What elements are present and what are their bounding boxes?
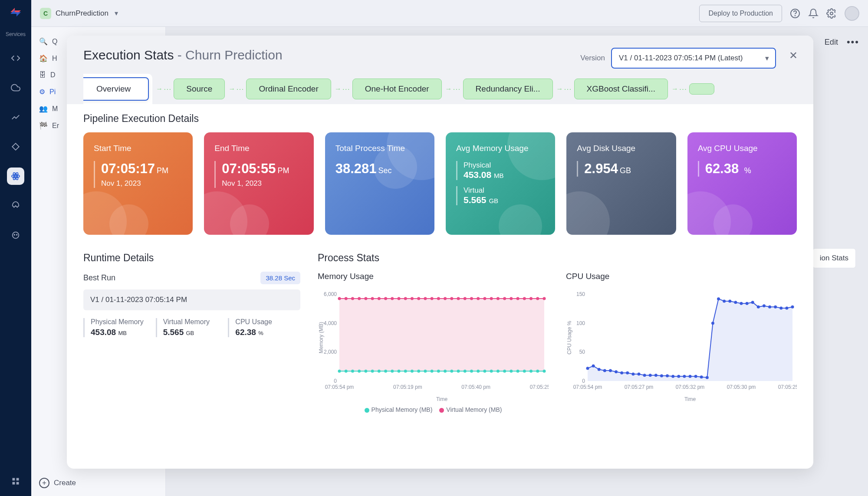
svg-point-36 [437, 370, 440, 373]
run-id-box[interactable]: V1 / 01-11-2023 07:05:14 PM [83, 289, 300, 310]
svg-point-75 [483, 297, 486, 300]
stage-ordinal[interactable]: Ordinal Encoder [246, 79, 331, 99]
svg-text:6,000: 6,000 [324, 291, 337, 297]
cpu-chart-col: . CPU Usage 050100150CPU Usage %Time07:0… [566, 252, 797, 413]
svg-text:50: 50 [579, 349, 585, 355]
stage-source[interactable]: Source [174, 79, 225, 99]
svg-point-54 [345, 297, 348, 300]
svg-point-68 [437, 297, 440, 300]
svg-point-48 [516, 370, 519, 373]
svg-point-119 [723, 300, 726, 303]
card-cpu: Avg CPU Usage 62.38 % [687, 132, 797, 235]
svg-point-21 [338, 370, 341, 373]
svg-point-61 [391, 297, 394, 300]
svg-text:0: 0 [582, 378, 585, 384]
svg-point-73 [470, 297, 473, 300]
svg-text:Memory (MB): Memory (MB) [318, 322, 324, 354]
execution-stats-button-partial[interactable]: ion Stats [812, 248, 856, 268]
svg-rect-11 [16, 482, 19, 485]
help-icon[interactable] [790, 8, 800, 19]
bell-icon[interactable] [808, 8, 819, 19]
svg-point-98 [603, 369, 606, 372]
svg-point-108 [660, 374, 663, 378]
stage-xgboost[interactable]: XGBoost Classifi... [574, 79, 668, 99]
version-select[interactable]: V1 / 01-11-2023 07:05:14 PM (Latest) [611, 48, 776, 69]
svg-text:Time: Time [684, 396, 696, 402]
svg-point-70 [450, 297, 453, 300]
svg-point-71 [457, 297, 460, 300]
card-start-time: Start Time 07:05:17PM Nov 1, 2023 [83, 132, 193, 235]
svg-point-126 [763, 304, 766, 307]
rail-rocket-icon[interactable] [7, 197, 24, 214]
tab-overview[interactable]: Overview [83, 77, 149, 101]
rail-bot-icon[interactable] [7, 227, 24, 244]
svg-point-130 [785, 307, 788, 310]
svg-point-27 [378, 370, 381, 373]
svg-point-58 [371, 297, 374, 300]
svg-text:150: 150 [576, 291, 585, 297]
svg-point-100 [615, 370, 618, 373]
project-badge: C [40, 8, 51, 19]
rail-apps-icon[interactable] [7, 473, 24, 490]
svg-text:0: 0 [334, 378, 337, 384]
gear-icon[interactable] [826, 8, 837, 19]
stage-onehot[interactable]: One-Hot Encoder [352, 79, 442, 99]
svg-point-63 [404, 297, 407, 300]
edit-button[interactable]: Edit [825, 38, 838, 47]
svg-point-38 [450, 370, 453, 373]
rail-cloud-icon[interactable] [7, 79, 24, 96]
svg-point-62 [398, 297, 401, 300]
svg-text:07:05:30 pm: 07:05:30 pm [727, 384, 756, 390]
project-name: ChurnPrediction [56, 9, 108, 18]
svg-text:100: 100 [576, 320, 585, 326]
create-button[interactable]: +Create [39, 478, 76, 488]
svg-point-24 [358, 370, 361, 373]
stage-next[interactable] [689, 83, 714, 95]
memory-chart: 02,0004,0006,000Memory (MB)Time07:05:54 … [318, 290, 549, 403]
svg-point-65 [417, 297, 420, 300]
rail-diamond-icon[interactable] [7, 138, 24, 155]
svg-point-69 [444, 297, 447, 300]
deploy-button[interactable]: Deploy to Production [699, 5, 782, 22]
svg-point-121 [734, 301, 737, 304]
close-icon[interactable]: ✕ [789, 49, 798, 62]
svg-point-50 [529, 370, 533, 373]
avatar[interactable] [845, 6, 859, 21]
metric-physical: Physical Memory453.08 MB [83, 318, 156, 337]
card-process-time: Total Process Time 38.281Sec [325, 132, 434, 235]
svg-point-37 [444, 370, 447, 373]
card-end-time: End Time 07:05:55PM Nov 1, 2023 [204, 132, 313, 235]
card-memory: Avg Memory Usage Physical453.08 MB Virtu… [446, 132, 555, 235]
svg-point-127 [768, 305, 771, 309]
svg-point-64 [411, 297, 414, 300]
project-selector[interactable]: C ChurnPrediction ▾ [40, 8, 118, 19]
svg-point-7 [16, 234, 17, 235]
svg-point-128 [774, 305, 777, 309]
svg-point-67 [431, 297, 434, 300]
rail-code-icon[interactable] [7, 49, 24, 67]
svg-point-23 [351, 370, 354, 373]
svg-point-51 [536, 370, 539, 373]
svg-point-46 [503, 370, 506, 373]
memory-legend: Physical Memory (MB) Virtual Memory (MB) [318, 406, 549, 413]
more-menu-icon[interactable]: ••• [847, 36, 859, 48]
rail-chart-icon[interactable] [7, 108, 24, 126]
left-rail: Services [0, 0, 31, 496]
svg-rect-8 [13, 478, 15, 481]
svg-point-77 [496, 297, 500, 300]
stage-redundancy[interactable]: Redundancy Eli... [463, 79, 553, 99]
svg-point-78 [503, 297, 506, 300]
svg-point-30 [398, 370, 401, 373]
svg-point-82 [529, 297, 533, 300]
svg-point-96 [592, 365, 595, 368]
rail-atom-icon[interactable] [7, 168, 24, 185]
svg-point-109 [666, 374, 669, 378]
svg-point-106 [649, 374, 652, 377]
svg-point-118 [717, 297, 720, 300]
svg-point-32 [411, 370, 414, 373]
svg-point-26 [371, 370, 374, 373]
svg-text:07:05:40 pm: 07:05:40 pm [461, 384, 490, 390]
execution-stats-modal: Execution Stats - Churn Prediction Versi… [67, 36, 813, 469]
svg-point-55 [351, 297, 354, 300]
svg-text:07:05:54 pm: 07:05:54 pm [325, 384, 354, 390]
